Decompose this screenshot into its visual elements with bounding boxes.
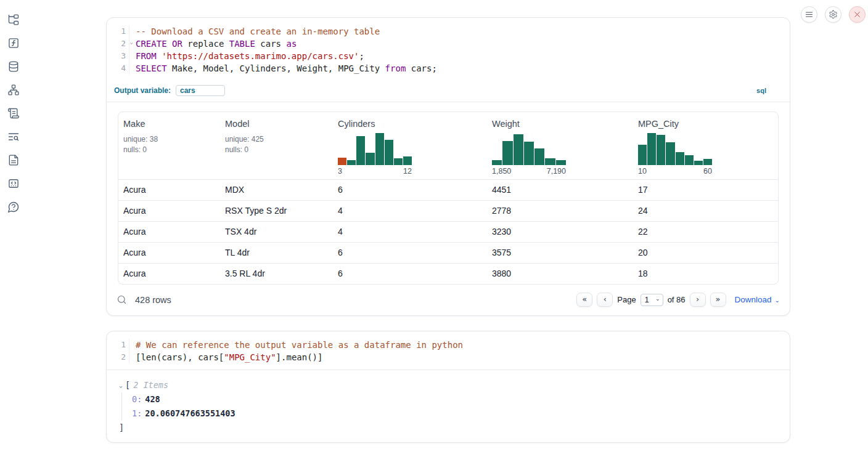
sidebar-item-variables[interactable]	[6, 36, 21, 51]
column-header-model[interactable]: Model unique: 425 nulls: 0	[220, 112, 333, 179]
histogram-bar	[676, 152, 684, 165]
code-text: # We can reference the output variable a…	[129, 339, 463, 351]
histogram-bar	[647, 133, 656, 165]
table-header-row: Make unique: 38 nulls: 0 Model unique: 4…	[118, 112, 778, 179]
dataframe-table: Make unique: 38 nulls: 0 Model unique: 4…	[118, 111, 779, 285]
histogram-bar	[385, 140, 393, 165]
pagination: « ‹ Page 1 ⌄ of 86 › »	[576, 293, 726, 307]
code-text: CREATE OR replace TABLE cars as	[129, 38, 297, 50]
topbar-controls	[801, 6, 866, 23]
histogram-bar	[657, 135, 665, 165]
sidebar-item-documentation[interactable]	[6, 153, 21, 168]
file-tree-icon	[7, 14, 20, 26]
histogram-bar	[492, 160, 502, 165]
first-page-button[interactable]: «	[576, 293, 592, 307]
histogram-bar	[502, 141, 512, 165]
next-page-button[interactable]: ›	[690, 293, 706, 307]
code-text: FROM 'https://datasets.marimo.app/cars.c…	[129, 50, 364, 62]
sidebar-item-file-tree[interactable]	[6, 12, 21, 27]
histogram-bar	[534, 148, 544, 165]
table-row[interactable]: AcuraTSX 4dr 43230 22	[118, 221, 778, 242]
menu-icon	[805, 10, 814, 19]
log-search-icon	[7, 131, 20, 143]
tree-entries: 0:428 1:20.060747663551403	[121, 392, 780, 421]
document-icon	[7, 154, 20, 166]
sidebar-item-help[interactable]	[6, 200, 21, 214]
previous-page-button[interactable]: ‹	[597, 293, 613, 307]
tree-entry: 0:428	[132, 392, 780, 407]
histogram-bar	[638, 145, 647, 165]
line-number: 2⌄	[107, 38, 129, 50]
code-line: 2⌄ CREATE OR replace TABLE cars as	[107, 38, 790, 50]
histogram-bar	[556, 160, 566, 165]
line-number: 3	[107, 50, 129, 62]
sql-code-editor[interactable]: 1 -- Download a CSV and create an in-mem…	[107, 18, 790, 81]
settings-button[interactable]	[825, 6, 841, 23]
table-row[interactable]: Acura3.5 RL 4dr 63880 18	[118, 263, 778, 284]
close-bracket: ]	[119, 421, 780, 435]
language-badge: sql	[756, 87, 766, 94]
page-select[interactable]: 1 ⌄	[641, 294, 663, 306]
row-count: 428 rows	[135, 295, 171, 305]
table-row[interactable]: AcuraTL 4dr 63575 20	[118, 242, 778, 263]
shutdown-button[interactable]	[849, 6, 866, 23]
histogram-bar	[666, 142, 674, 165]
histogram-bar	[338, 158, 346, 165]
histogram-bar	[366, 153, 374, 165]
items-count: 2 Items	[133, 378, 168, 392]
close-icon	[853, 10, 862, 19]
histogram-cylinders: 312	[338, 133, 412, 176]
total-pages-label: of 86	[668, 295, 686, 304]
column-header-cylinders[interactable]: Cylinders 312	[333, 112, 487, 179]
chevron-down-icon: ⌄	[655, 296, 660, 302]
snippets-icon	[7, 177, 20, 190]
help-bubble-icon	[7, 201, 20, 213]
download-button[interactable]: Download ⌄	[735, 295, 780, 304]
histogram-bar	[694, 161, 703, 165]
histogram-bar	[545, 158, 555, 165]
table-row[interactable]: AcuraMDX 64451 17	[118, 179, 778, 200]
line-number: 2	[107, 351, 129, 363]
column-stats: unique: 425 nulls: 0	[225, 134, 328, 155]
fold-icon[interactable]: ⌄	[130, 39, 133, 45]
histogram-mpg-city: 1060	[638, 133, 712, 176]
sql-cell: 1 -- Download a CSV and create an in-mem…	[106, 17, 790, 316]
dependency-graph-icon	[7, 84, 20, 96]
histogram-weight: 1,8507,190	[492, 133, 566, 176]
column-header-make[interactable]: Make unique: 38 nulls: 0	[118, 112, 220, 179]
scroll-text-icon	[7, 107, 20, 119]
menu-button[interactable]	[801, 6, 817, 23]
page-label: Page	[617, 295, 636, 304]
code-line: 4 SELECT Make, Model, Cylinders, Weight,…	[107, 62, 790, 75]
sidebar-item-datasources[interactable]	[6, 59, 21, 74]
line-number: 1	[107, 339, 129, 351]
database-icon	[7, 60, 20, 73]
sidebar-item-scratchpad[interactable]	[6, 106, 21, 121]
line-number: 1	[107, 25, 129, 38]
column-header-mpg-city[interactable]: MPG_City 1060	[633, 112, 778, 179]
histogram-bar	[375, 133, 384, 165]
sidebar-item-dependency-graph[interactable]	[6, 83, 21, 97]
sidebar-item-logs[interactable]	[6, 129, 21, 144]
table-row[interactable]: AcuraRSX Type S 2dr 42778 24	[118, 200, 778, 221]
histogram-bar	[394, 158, 403, 165]
histogram-bar	[703, 159, 712, 165]
gear-icon	[829, 10, 838, 19]
open-bracket: [	[125, 378, 130, 392]
column-header-weight[interactable]: Weight 1,8507,190	[487, 112, 633, 179]
search-button[interactable]	[117, 294, 127, 305]
table-footer: 428 rows « ‹ Page 1 ⌄ of 86 › » Download…	[107, 285, 790, 315]
histogram-bar	[524, 142, 534, 165]
output-variable-input[interactable]	[176, 85, 225, 96]
python-output-tree: ⌄ [ 2 Items 0:428 1:20.060747663551403 ]	[107, 370, 790, 442]
last-page-button[interactable]: »	[710, 293, 726, 307]
code-text: [len(cars), cars["MPG_City"].mean()]	[129, 351, 322, 363]
sidebar-item-snippets[interactable]	[6, 176, 21, 191]
column-stats: unique: 38 nulls: 0	[123, 134, 215, 155]
code-text: SELECT Make, Model, Cylinders, Weight, M…	[129, 62, 437, 75]
collapse-chevron-icon[interactable]: ⌄	[119, 378, 123, 392]
python-code-editor[interactable]: 1 # We can reference the output variable…	[107, 331, 790, 370]
code-line: 1 -- Download a CSV and create an in-mem…	[107, 25, 790, 38]
code-line: 1 # We can reference the output variable…	[107, 339, 790, 351]
output-variable-label: Output variable:	[114, 86, 171, 95]
